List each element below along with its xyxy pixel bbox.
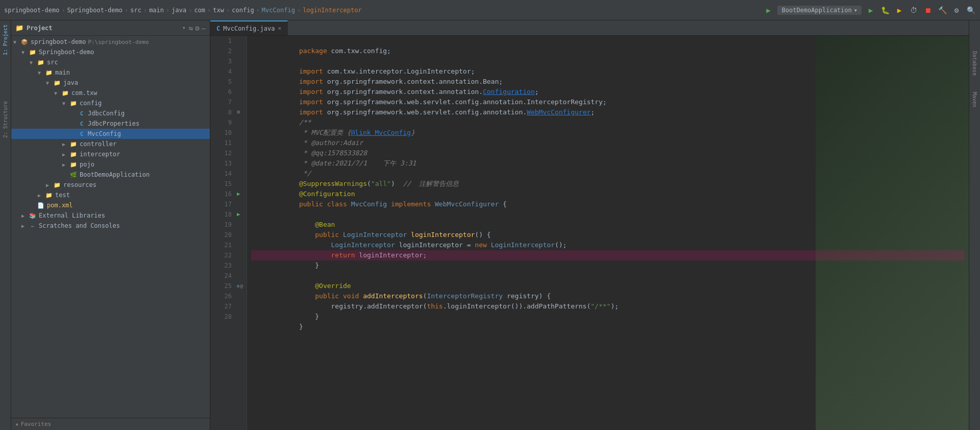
label-java: java	[63, 79, 78, 86]
line-num-10: 10	[210, 128, 232, 138]
tab-mvcconfig[interactable]: C MvcConfig.java ×	[210, 20, 288, 35]
breadcrumb-java[interactable]: java	[172, 7, 186, 14]
run-config-dropdown-icon[interactable]: ▾	[854, 7, 857, 14]
run-gutter-25[interactable]: ⚙@	[237, 281, 246, 291]
code-content[interactable]: package com.txw.config; import com.txw.i…	[247, 36, 969, 430]
arrow-config: ▼	[62, 101, 69, 106]
tree-item-scratches[interactable]: ▶ ✏️ Scratches and Consoles	[11, 221, 210, 231]
breadcrumb-main[interactable]: main	[149, 7, 164, 14]
folder-icon-com-txw: 📁	[61, 89, 69, 97]
breadcrumb-src[interactable]: src	[130, 7, 141, 14]
structure-tab[interactable]: 2: Structure	[2, 99, 9, 140]
lib-icon: 📚	[29, 211, 37, 220]
breadcrumb-txw[interactable]: txw	[213, 7, 224, 14]
xml-icon: 📄	[37, 201, 45, 209]
tree-item-mvcconfig[interactable]: C MvcConfig	[11, 129, 210, 139]
breadcrumb-springboot-demo[interactable]: springboot-demo	[4, 7, 59, 14]
label-config: config	[80, 100, 102, 107]
tree-item-springboot-demo2[interactable]: ▼ 📁 Springboot-demo	[11, 47, 210, 57]
project-tab[interactable]: 1: Project	[2, 22, 9, 57]
breadcrumb-logininterceptor[interactable]: loginInterceptor	[303, 7, 362, 14]
code-line-26: registry.addInterceptor(this.loginInterc…	[251, 291, 965, 301]
collapse-all-icon[interactable]: ⇆	[189, 24, 193, 32]
label-resources: resources	[63, 181, 96, 188]
sidebar-header: 📁 Project ▾ ⇆ ⚙ —	[11, 20, 210, 36]
gutter: ≡ ▶ ▶ ⚙@	[236, 36, 247, 430]
code-line-10: * @author:Adair	[251, 128, 965, 138]
label-pojo: pojo	[80, 161, 94, 168]
tree-item-src[interactable]: ▼ 📁 src	[11, 57, 210, 67]
top-toolbar: springboot-demo › Springboot-demo › src …	[0, 0, 980, 20]
breadcrumb-springboot-demo2[interactable]: Springboot-demo	[67, 7, 122, 14]
label-mvcconfig: MvcConfig	[88, 130, 121, 137]
favorites-label: Favorites	[21, 421, 52, 427]
line-num-17: 17	[210, 199, 232, 209]
tree-item-controller[interactable]: ▶ 📁 controller	[11, 139, 210, 149]
breadcrumb-config[interactable]: config	[232, 7, 254, 14]
right-tab-database[interactable]: Database	[972, 51, 977, 76]
tree-item-pojo[interactable]: ▶ 📁 pojo	[11, 159, 210, 170]
settings-icon[interactable]: ⚙	[951, 5, 962, 15]
tree-item-java[interactable]: ▼ 📁 java	[11, 78, 210, 88]
debug-icon[interactable]: 🐛	[880, 5, 890, 15]
coverage-icon[interactable]: ▶	[894, 5, 904, 15]
label-springboot-demo: springboot-demo	[31, 38, 86, 45]
run-gutter-18[interactable]: ▶	[237, 209, 246, 220]
tree-item-config[interactable]: ▼ 📁 config	[11, 98, 210, 108]
code-line-23	[251, 260, 965, 271]
tree-item-resources[interactable]: ▶ 📁 resources	[11, 180, 210, 190]
folder-icon-pojo: 📁	[69, 160, 78, 169]
arrow-controller: ▶	[62, 141, 69, 147]
tree-item-test[interactable]: ▶ 📁 test	[11, 190, 210, 200]
editor-bg: 1 2 3 4 5 6 7 8 9 10 11 12 13 14 15 16 1	[210, 36, 969, 430]
right-tab-maven[interactable]: Maven	[972, 92, 977, 107]
arrow-main: ▼	[38, 70, 45, 76]
gear-icon[interactable]: ⚙	[195, 24, 199, 32]
line-num-12: 12	[210, 148, 232, 158]
build-icon[interactable]: 🔨	[937, 5, 947, 15]
tree-item-ext-libs[interactable]: ▶ 📚 External Libraries	[11, 210, 210, 221]
stop-icon[interactable]: ⏹	[923, 5, 933, 15]
tree-item-main[interactable]: ▼ 📁 main	[11, 67, 210, 78]
sidebar: 📁 Project ▾ ⇆ ⚙ — ▼ 📦 springboot-demo P:…	[11, 20, 210, 430]
fold-icon-8[interactable]: ≡	[237, 107, 246, 117]
line-num-7: 7	[210, 97, 232, 107]
profiler-icon[interactable]: ⏱	[909, 5, 919, 15]
tab-file-icon: C	[216, 25, 220, 32]
tab-label: MvcConfig.java	[223, 25, 275, 32]
breadcrumb-com[interactable]: com	[194, 7, 205, 14]
line-num-24: 24	[210, 271, 232, 281]
tree-item-interceptor[interactable]: ▶ 📁 interceptor	[11, 149, 210, 159]
run-config[interactable]: BootDemoApplication ▾	[777, 6, 862, 15]
breadcrumb-mvcconfig[interactable]: MvcConfig	[262, 7, 295, 14]
tree-item-jdbcproperties[interactable]: C JdbcProperties	[11, 118, 210, 129]
folder-icon-controller: 📁	[69, 140, 78, 148]
favorites-bar[interactable]: ★ Favorites	[11, 418, 210, 430]
line-num-27: 27	[210, 301, 232, 312]
tree-item-jdbcconfig[interactable]: C JdbcConfig	[11, 108, 210, 118]
arrow-java: ▼	[46, 80, 53, 86]
play-icon[interactable]: ▶	[866, 5, 876, 15]
tree-item-bootdemo[interactable]: 🌿 BootDemoApplication	[11, 170, 210, 180]
star-icon: ★	[15, 421, 19, 427]
line-num-13: 13	[210, 158, 232, 169]
label-scratches: Scratches and Consoles	[39, 222, 120, 229]
tree-item-springboot-demo[interactable]: ▼ 📦 springboot-demo P:\springboot-demo	[11, 37, 210, 47]
code-line-8: /**	[251, 107, 965, 117]
tree-item-com-txw[interactable]: ▼ 📁 com.txw	[11, 88, 210, 98]
code-line-12: * @date:2021/7/1 下午 3:31	[251, 148, 965, 158]
line-num-18: 18	[210, 209, 232, 220]
code-line-17	[251, 199, 965, 209]
tab-close-icon[interactable]: ×	[278, 25, 281, 32]
line-num-14: 14	[210, 169, 232, 179]
label-main: main	[55, 69, 70, 76]
run-icon[interactable]: ▶	[763, 5, 773, 15]
left-panel-strip: 1: Project 2: Structure	[0, 20, 11, 430]
line-num-2: 2	[210, 46, 232, 56]
search-icon[interactable]: 🔍	[966, 5, 976, 15]
code-line-28: }	[251, 312, 965, 322]
minimize-icon[interactable]: —	[202, 24, 206, 32]
run-gutter-16[interactable]: ▶	[237, 189, 246, 199]
tree-item-pom[interactable]: 📄 pom.xml	[11, 200, 210, 210]
line-num-22: 22	[210, 250, 232, 260]
